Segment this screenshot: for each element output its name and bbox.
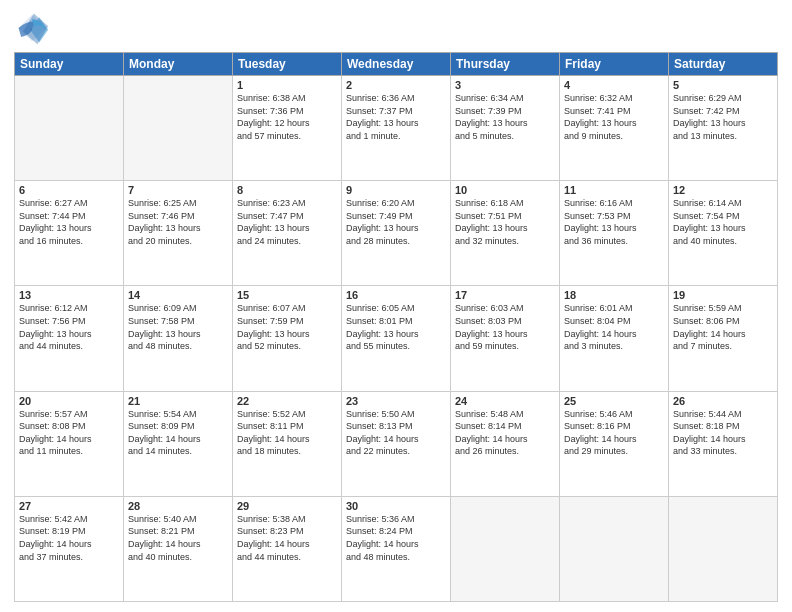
cell-info: Sunrise: 6:25 AM [128,197,228,210]
cell-info: Sunrise: 6:09 AM [128,302,228,315]
day-number: 19 [673,289,773,301]
week-row-3: 13Sunrise: 6:12 AMSunset: 7:56 PMDayligh… [15,286,778,391]
cell-info: Sunset: 8:11 PM [237,420,337,433]
day-number: 8 [237,184,337,196]
cell-info: and 20 minutes. [128,235,228,248]
cell-info: Sunset: 7:42 PM [673,105,773,118]
cell-info: and 52 minutes. [237,340,337,353]
cell-info: Sunrise: 6:27 AM [19,197,119,210]
calendar-cell: 16Sunrise: 6:05 AMSunset: 8:01 PMDayligh… [342,286,451,391]
cell-info: and 28 minutes. [346,235,446,248]
cell-info: Daylight: 13 hours [673,117,773,130]
day-number: 1 [237,79,337,91]
calendar-cell: 9Sunrise: 6:20 AMSunset: 7:49 PMDaylight… [342,181,451,286]
cell-info: and 32 minutes. [455,235,555,248]
cell-info: Daylight: 13 hours [128,222,228,235]
cell-info: Daylight: 13 hours [237,222,337,235]
cell-info: Daylight: 14 hours [564,328,664,341]
logo [14,10,54,46]
cell-info: and 40 minutes. [673,235,773,248]
cell-info: Daylight: 14 hours [673,328,773,341]
calendar-table: SundayMondayTuesdayWednesdayThursdayFrid… [14,52,778,602]
cell-info: Sunset: 7:54 PM [673,210,773,223]
day-number: 7 [128,184,228,196]
calendar-cell: 21Sunrise: 5:54 AMSunset: 8:09 PMDayligh… [124,391,233,496]
cell-info: and 22 minutes. [346,445,446,458]
day-header-sunday: Sunday [15,53,124,76]
cell-info: Daylight: 14 hours [19,433,119,446]
cell-info: and 3 minutes. [564,340,664,353]
calendar-cell: 18Sunrise: 6:01 AMSunset: 8:04 PMDayligh… [560,286,669,391]
cell-info: Sunrise: 6:34 AM [455,92,555,105]
cell-info: and 7 minutes. [673,340,773,353]
day-number: 14 [128,289,228,301]
calendar-cell: 20Sunrise: 5:57 AMSunset: 8:08 PMDayligh… [15,391,124,496]
calendar-cell: 8Sunrise: 6:23 AMSunset: 7:47 PMDaylight… [233,181,342,286]
calendar-cell: 2Sunrise: 6:36 AMSunset: 7:37 PMDaylight… [342,76,451,181]
calendar-cell: 1Sunrise: 6:38 AMSunset: 7:36 PMDaylight… [233,76,342,181]
week-row-2: 6Sunrise: 6:27 AMSunset: 7:44 PMDaylight… [15,181,778,286]
cell-info: Sunset: 8:24 PM [346,525,446,538]
cell-info: and 11 minutes. [19,445,119,458]
day-number: 23 [346,395,446,407]
day-number: 16 [346,289,446,301]
cell-info: and 37 minutes. [19,551,119,564]
day-number: 21 [128,395,228,407]
calendar-cell: 19Sunrise: 5:59 AMSunset: 8:06 PMDayligh… [669,286,778,391]
cell-info: and 44 minutes. [237,551,337,564]
calendar-cell [669,496,778,601]
calendar-cell: 22Sunrise: 5:52 AMSunset: 8:11 PMDayligh… [233,391,342,496]
calendar-cell: 3Sunrise: 6:34 AMSunset: 7:39 PMDaylight… [451,76,560,181]
cell-info: Daylight: 13 hours [128,328,228,341]
header [14,10,778,46]
cell-info: Sunrise: 6:01 AM [564,302,664,315]
cell-info: and 29 minutes. [564,445,664,458]
calendar-cell: 26Sunrise: 5:44 AMSunset: 8:18 PMDayligh… [669,391,778,496]
page: SundayMondayTuesdayWednesdayThursdayFrid… [0,0,792,612]
cell-info: Sunrise: 6:36 AM [346,92,446,105]
calendar-cell: 24Sunrise: 5:48 AMSunset: 8:14 PMDayligh… [451,391,560,496]
cell-info: Sunset: 7:44 PM [19,210,119,223]
cell-info: Sunrise: 5:38 AM [237,513,337,526]
cell-info: and 40 minutes. [128,551,228,564]
cell-info: Sunset: 7:58 PM [128,315,228,328]
cell-info: Sunset: 7:36 PM [237,105,337,118]
cell-info: Sunrise: 6:23 AM [237,197,337,210]
day-number: 28 [128,500,228,512]
day-header-wednesday: Wednesday [342,53,451,76]
cell-info: Daylight: 14 hours [237,433,337,446]
calendar-cell: 6Sunrise: 6:27 AMSunset: 7:44 PMDaylight… [15,181,124,286]
day-number: 20 [19,395,119,407]
cell-info: Daylight: 13 hours [564,117,664,130]
cell-info: Sunset: 8:13 PM [346,420,446,433]
cell-info: Sunset: 7:51 PM [455,210,555,223]
cell-info: Daylight: 14 hours [128,538,228,551]
calendar-cell: 4Sunrise: 6:32 AMSunset: 7:41 PMDaylight… [560,76,669,181]
cell-info: Sunset: 7:47 PM [237,210,337,223]
cell-info: and 5 minutes. [455,130,555,143]
calendar-cell [15,76,124,181]
day-header-thursday: Thursday [451,53,560,76]
cell-info: Daylight: 13 hours [346,328,446,341]
day-number: 13 [19,289,119,301]
cell-info: Daylight: 14 hours [564,433,664,446]
cell-info: and 9 minutes. [564,130,664,143]
cell-info: Sunrise: 6:16 AM [564,197,664,210]
cell-info: Sunset: 8:16 PM [564,420,664,433]
cell-info: Sunset: 7:49 PM [346,210,446,223]
cell-info: and 26 minutes. [455,445,555,458]
day-number: 6 [19,184,119,196]
calendar-cell: 11Sunrise: 6:16 AMSunset: 7:53 PMDayligh… [560,181,669,286]
cell-info: Sunrise: 5:54 AM [128,408,228,421]
cell-info: and 55 minutes. [346,340,446,353]
calendar-cell: 15Sunrise: 6:07 AMSunset: 7:59 PMDayligh… [233,286,342,391]
cell-info: Sunset: 7:41 PM [564,105,664,118]
cell-info: Sunrise: 5:46 AM [564,408,664,421]
cell-info: Sunrise: 5:44 AM [673,408,773,421]
cell-info: and 18 minutes. [237,445,337,458]
day-number: 3 [455,79,555,91]
cell-info: and 1 minute. [346,130,446,143]
cell-info: Sunset: 8:03 PM [455,315,555,328]
day-number: 27 [19,500,119,512]
cell-info: Sunrise: 6:20 AM [346,197,446,210]
